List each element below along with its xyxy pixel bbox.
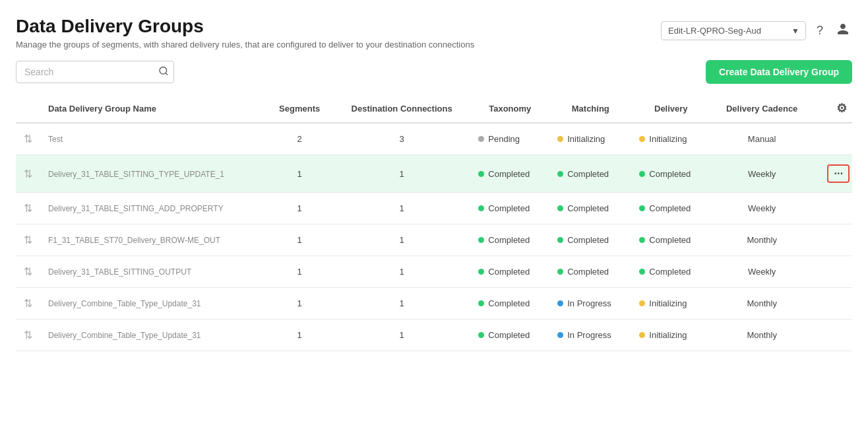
group-name: Delivery_Combine_Table_Type_Update_31 (48, 299, 201, 308)
matching-status-dot (557, 269, 563, 275)
taxonomy-status-dot (478, 171, 484, 177)
page-subtitle: Manage the groups of segments, with shar… (16, 40, 474, 50)
delivery-status-label: Completed (649, 235, 691, 245)
search-button[interactable] (158, 66, 169, 79)
row-name-cell: Delivery_Combine_Table_Type_Update_31 (40, 288, 266, 320)
col-delivery-cadence: Delivery Cadence (710, 94, 813, 123)
taxonomy-status-dot (478, 205, 484, 211)
col-matching: Matching (549, 94, 631, 123)
delivery-status-label: Completed (649, 267, 691, 277)
group-name: Delivery_31_TABLE_SITTING_TYPE_UPDATE_1 (48, 170, 224, 179)
delivery-status-label: Initializing (649, 330, 687, 340)
row-cadence-cell: Weekly (710, 256, 813, 288)
row-cadence-cell: Monthly (710, 224, 813, 256)
row-destination-cell: 1 (333, 288, 470, 320)
data-delivery-groups-table: Data Delivery Group Name Segments Destin… (16, 94, 852, 351)
svg-point-0 (160, 67, 167, 75)
row-destination-cell: 3 (333, 123, 470, 155)
matching-status-dot (557, 205, 563, 211)
org-dropdown-wrapper[interactable]: Edit-LR-QPRO-Seg-Aud ▼ (661, 21, 806, 40)
delivery-status-dot (639, 205, 645, 211)
row-drag-icon: ⇅ (24, 298, 32, 309)
row-drag-icon: ⇅ (24, 133, 32, 145)
user-profile-button[interactable] (834, 20, 852, 42)
row-name-cell: Test (40, 123, 266, 155)
delivery-status-label: Initializing (649, 298, 687, 308)
delivery-status-dot (639, 136, 645, 142)
table-row: ⇅ Delivery_31_TABLE_SITTING_TYPE_UPDATE_… (16, 155, 852, 193)
toolbar: Create Data Delivery Group (0, 50, 868, 94)
row-name-cell: F1_31_TABLE_ST70_Delivery_BROW-ME_OUT (40, 224, 266, 256)
group-name: Test (48, 135, 63, 144)
taxonomy-status-dot (478, 269, 484, 275)
row-taxonomy-cell: Completed (470, 256, 549, 288)
org-dropdown[interactable]: Edit-LR-QPRO-Seg-Aud (661, 21, 806, 40)
row-delivery-cell: Completed (631, 193, 710, 224)
row-name-cell: Delivery_31_TABLE_SITTING_TYPE_UPDATE_1 (40, 155, 266, 193)
matching-status-dot (557, 136, 563, 142)
row-matching-cell: In Progress (549, 320, 631, 351)
row-cadence-cell: Weekly (710, 193, 813, 224)
taxonomy-status-label: Completed (488, 298, 530, 308)
row-segments-cell: 1 (266, 224, 332, 256)
table-row: ⇅ Test 2 3 Pending Initializing Initiali… (16, 123, 852, 155)
table-body: ⇅ Test 2 3 Pending Initializing Initiali… (16, 123, 852, 351)
col-icon (16, 94, 40, 123)
taxonomy-status-label: Pending (488, 134, 520, 144)
person-icon (836, 22, 850, 36)
row-destination-cell: 1 (333, 193, 470, 224)
row-delivery-cell: Completed (631, 256, 710, 288)
taxonomy-status-label: Completed (488, 169, 530, 179)
matching-status-dot (557, 237, 563, 243)
row-segments-cell: 1 (266, 193, 332, 224)
group-name: Delivery_31_TABLE_SITTING_ADD_PROPERTY (48, 204, 224, 213)
row-matching-cell: Initializing (549, 123, 631, 155)
row-action-cell (813, 256, 852, 288)
delivery-status-dot (639, 300, 645, 306)
row-destination-cell: 1 (333, 224, 470, 256)
settings-icon[interactable]: ⚙ (836, 102, 847, 115)
row-icon-cell: ⇅ (16, 224, 40, 256)
row-more-actions-button[interactable]: ⋯ (827, 164, 850, 183)
col-settings: ⚙ (813, 94, 852, 123)
row-segments-cell: 1 (266, 155, 332, 193)
row-destination-cell: 1 (333, 320, 470, 351)
table-row: ⇅ F1_31_TABLE_ST70_Delivery_BROW-ME_OUT … (16, 224, 852, 256)
table-row: ⇅ Delivery_31_TABLE_SITTING_ADD_PROPERTY… (16, 193, 852, 224)
row-matching-cell: Completed (549, 224, 631, 256)
col-destination-connections: Destination Connections (333, 94, 470, 123)
row-segments-cell: 1 (266, 288, 332, 320)
delivery-status-dot (639, 171, 645, 177)
row-taxonomy-cell: Completed (470, 320, 549, 351)
row-taxonomy-cell: Completed (470, 193, 549, 224)
row-cadence-cell: Manual (710, 123, 813, 155)
row-delivery-cell: Initializing (631, 123, 710, 155)
help-button[interactable]: ? (814, 21, 826, 40)
row-segments-cell: 2 (266, 123, 332, 155)
row-taxonomy-cell: Completed (470, 288, 549, 320)
row-delivery-cell: Initializing (631, 320, 710, 351)
matching-status-dot (557, 332, 563, 338)
row-matching-cell: Completed (549, 193, 631, 224)
row-delivery-cell: Completed (631, 224, 710, 256)
table-header: Data Delivery Group Name Segments Destin… (16, 94, 852, 123)
taxonomy-status-dot (478, 237, 484, 243)
row-delivery-cell: Completed (631, 155, 710, 193)
row-action-cell (813, 123, 852, 155)
create-delivery-group-button[interactable]: Create Data Delivery Group (706, 60, 852, 84)
row-matching-cell: Completed (549, 155, 631, 193)
row-segments-cell: 1 (266, 320, 332, 351)
row-icon-cell: ⇅ (16, 288, 40, 320)
row-name-cell: Delivery_31_TABLE_SITTING_ADD_PROPERTY (40, 193, 266, 224)
row-icon-cell: ⇅ (16, 123, 40, 155)
row-cadence-cell: Monthly (710, 320, 813, 351)
col-segments: Segments (266, 94, 332, 123)
delivery-status-dot (639, 237, 645, 243)
taxonomy-status-dot (478, 300, 484, 306)
taxonomy-status-label: Completed (488, 330, 530, 340)
row-action-cell (813, 193, 852, 224)
search-icon (158, 66, 169, 77)
row-action-cell (813, 320, 852, 351)
data-table-container: Data Delivery Group Name Segments Destin… (0, 94, 868, 351)
search-input[interactable] (16, 61, 174, 83)
